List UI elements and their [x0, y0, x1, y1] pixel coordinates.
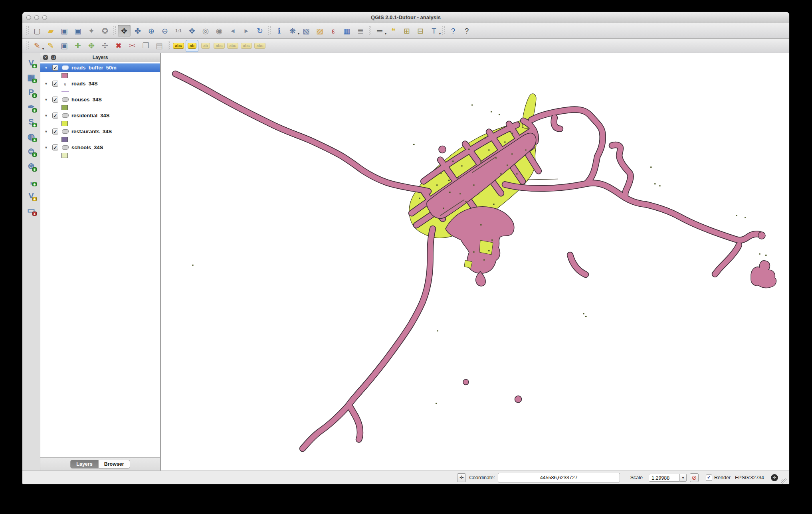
- show-bookmarks-button[interactable]: ⊟: [414, 25, 427, 37]
- expand-triangle-icon[interactable]: ▼: [44, 66, 49, 70]
- layer-row-houses_34S[interactable]: ▼✓houses_34S: [40, 95, 160, 104]
- layer-visibility-checkbox[interactable]: ✓: [52, 81, 58, 87]
- delete-selected-button[interactable]: ✖: [112, 40, 125, 52]
- rotate-label-button[interactable]: abc: [226, 40, 239, 52]
- move-feature-button[interactable]: ✥: [85, 40, 98, 52]
- toggle-editing-button[interactable]: ✎: [44, 40, 57, 52]
- refresh-button[interactable]: ↻: [254, 25, 266, 37]
- save-layer-edits-button[interactable]: ▣: [58, 40, 71, 52]
- scale-combo-arrow-icon[interactable]: ▼: [680, 474, 687, 482]
- pan-to-selection-button[interactable]: ✤: [131, 25, 144, 37]
- highlight-pinned-labels-button[interactable]: ab: [199, 40, 212, 52]
- layer-row-roads_buffer_50m[interactable]: ▼✓roads_buffer_50m: [40, 63, 160, 72]
- add-wcs-layer-button[interactable]: ⊜+: [25, 145, 38, 158]
- dropdown-arrow-icon[interactable]: ▾: [439, 32, 441, 36]
- map-canvas[interactable]: [161, 53, 789, 471]
- new-shapefile-layer-button[interactable]: V+: [25, 189, 38, 202]
- dropdown-arrow-icon[interactable]: ▾: [298, 32, 299, 36]
- toolbar-handle[interactable]: [168, 42, 170, 50]
- toolbar-handle[interactable]: [26, 26, 29, 35]
- new-bookmark-button[interactable]: ⊞: [400, 25, 413, 37]
- add-feature-button[interactable]: ✚: [71, 40, 84, 52]
- composer-manager-button[interactable]: ✪: [99, 25, 111, 37]
- open-project-button[interactable]: ▰: [44, 25, 57, 37]
- layer-visibility-checkbox[interactable]: ✓: [52, 128, 58, 134]
- deselect-features-button[interactable]: ▨: [313, 25, 326, 37]
- save-project-as-button[interactable]: ▣: [71, 25, 84, 37]
- cut-features-button[interactable]: ✂: [126, 40, 139, 52]
- label-properties-button[interactable]: abc: [254, 40, 266, 52]
- zoom-last-button[interactable]: ◀: [226, 25, 239, 37]
- expand-triangle-icon[interactable]: ▼: [44, 146, 49, 150]
- stop-render-icon[interactable]: ⊘: [690, 473, 699, 482]
- layer-row-schools_34S[interactable]: ▼✓schools_34S: [40, 143, 160, 152]
- pin-unpin-labels-button[interactable]: ab: [186, 40, 198, 52]
- zoom-actual-size-button[interactable]: 1:1: [172, 25, 185, 37]
- layer-visibility-checkbox[interactable]: ✓: [52, 65, 58, 71]
- expand-triangle-icon[interactable]: ▼: [44, 130, 49, 134]
- pan-map-button[interactable]: ✥: [118, 25, 131, 37]
- dropdown-arrow-icon[interactable]: ▾: [385, 32, 386, 36]
- layer-visibility-checkbox[interactable]: ✓: [52, 97, 58, 103]
- copy-features-button[interactable]: ❐: [139, 40, 152, 52]
- tab-layers[interactable]: Layers: [70, 460, 98, 469]
- toolbar-handle[interactable]: [113, 26, 116, 35]
- render-checkbox[interactable]: ✓: [706, 474, 712, 481]
- expand-triangle-icon[interactable]: ▼: [44, 98, 49, 102]
- layer-row-residential_34S[interactable]: ▼✓residential_34S: [40, 111, 160, 120]
- identify-features-button[interactable]: ℹ: [273, 25, 285, 37]
- field-calculator-button[interactable]: ≣: [354, 25, 367, 37]
- select-features-button[interactable]: ▧: [300, 25, 313, 37]
- node-tool-button[interactable]: ✣: [99, 40, 111, 52]
- new-project-button[interactable]: ▢: [31, 25, 44, 37]
- open-attribute-table-button[interactable]: ▦: [341, 25, 353, 37]
- add-delimited-text-layer-button[interactable]: ,+: [25, 174, 38, 187]
- toolbar-handle[interactable]: [268, 26, 271, 35]
- help-contents-button[interactable]: ?: [447, 25, 459, 37]
- coordinate-toggle-icon[interactable]: ✛: [457, 473, 466, 482]
- crs-selector-icon[interactable]: ✛: [771, 474, 778, 481]
- toolbar-handle[interactable]: [442, 26, 445, 35]
- coordinate-input[interactable]: [498, 473, 620, 482]
- dropdown-arrow-icon[interactable]: ▾: [42, 47, 44, 51]
- layers-panel-title: Layers: [40, 55, 160, 60]
- zoom-to-layer-button[interactable]: ◉: [213, 25, 226, 37]
- add-postgis-layer-button[interactable]: P+: [25, 86, 38, 99]
- layer-visibility-checkbox[interactable]: ✓: [52, 113, 58, 119]
- add-vector-layer-button[interactable]: V+: [25, 56, 38, 69]
- new-print-composer-button[interactable]: ✦: [85, 25, 98, 37]
- toolbar-handle[interactable]: [26, 42, 29, 50]
- remove-layer-button[interactable]: ▭+: [25, 204, 38, 217]
- tab-browser[interactable]: Browser: [99, 460, 130, 469]
- layer-visibility-checkbox[interactable]: ✓: [52, 144, 58, 150]
- add-spatialite-layer-button[interactable]: ✒+: [25, 101, 38, 113]
- layer-row-restaurants_34S[interactable]: ▼✓restaurants_34S: [40, 127, 160, 136]
- zoom-next-button[interactable]: ▶: [240, 25, 253, 37]
- move-label-button[interactable]: abc: [213, 40, 226, 52]
- map-tips-button[interactable]: ❝: [387, 25, 400, 37]
- labeling-options-button[interactable]: abc: [172, 40, 185, 52]
- text-annotation-button[interactable]: T▾: [428, 25, 440, 37]
- save-project-button[interactable]: ▣: [58, 25, 71, 37]
- current-edits-button[interactable]: ✎▾: [31, 40, 44, 52]
- paste-features-button[interactable]: ▤: [153, 40, 166, 52]
- add-raster-layer-button[interactable]: ▦+: [25, 71, 38, 84]
- resize-grip[interactable]: [781, 478, 787, 484]
- change-label-properties-button[interactable]: abc: [240, 40, 253, 52]
- zoom-out-button[interactable]: ⊖: [158, 25, 171, 37]
- measure-line-button[interactable]: ═▾: [373, 25, 386, 37]
- select-by-expression-button[interactable]: ε: [327, 25, 340, 37]
- whats-this-button[interactable]: ?: [460, 25, 473, 37]
- add-mssql-layer-button[interactable]: S+: [25, 115, 38, 128]
- run-feature-action-button[interactable]: ❋▾: [286, 25, 299, 37]
- expand-triangle-icon[interactable]: ▼: [44, 82, 49, 86]
- add-wfs-layer-button[interactable]: ⊛+: [25, 160, 38, 172]
- toolbar-handle[interactable]: [369, 26, 371, 35]
- add-wms-layer-button[interactable]: ◍+: [25, 130, 38, 143]
- zoom-to-selection-button[interactable]: ◎: [199, 25, 212, 37]
- zoom-in-button[interactable]: ⊕: [145, 25, 158, 37]
- zoom-full-button[interactable]: ✥: [186, 25, 198, 37]
- scale-combo[interactable]: 1:29988: [649, 474, 680, 482]
- expand-triangle-icon[interactable]: ▼: [44, 114, 49, 118]
- layer-row-roads_34S[interactable]: ▼✓∨roads_34S: [40, 79, 160, 88]
